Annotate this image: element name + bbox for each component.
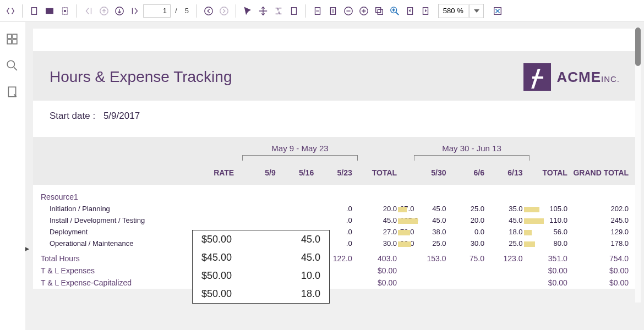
svg-rect-20 — [13, 34, 17, 38]
marquee-zoom-icon[interactable] — [372, 4, 386, 18]
nav-back-icon[interactable] — [201, 4, 216, 18]
copy-icon[interactable] — [287, 4, 301, 18]
sidebar — [0, 22, 25, 330]
prev-page-icon[interactable] — [97, 4, 111, 18]
tooltip-row: $50.0045.0 — [193, 230, 329, 249]
zoom-tool-icon[interactable] — [388, 4, 402, 18]
scrollbar[interactable] — [635, 28, 641, 302]
summary-row: T & L Expenses $0.00 $0.00 $0.00 — [33, 265, 636, 277]
main: ▶ Hours & Expense Tracking ACMEINC. Star… — [0, 22, 644, 330]
logo-text: ACMEINC. — [556, 69, 620, 86]
snapshot-icon[interactable] — [271, 4, 286, 18]
table-row: Install / Development / Testing .0 45.0 … — [33, 215, 636, 226]
pan-icon[interactable] — [256, 4, 270, 18]
svg-point-7 — [220, 7, 228, 14]
export-icon[interactable] — [6, 86, 19, 99]
start-date-label: Start date : — [50, 111, 95, 122]
fullscreen-icon[interactable] — [490, 4, 505, 18]
separator — [197, 4, 197, 18]
svg-rect-21 — [7, 40, 12, 44]
svg-rect-1 — [46, 8, 53, 13]
content-area: ▶ Hours & Expense Tracking ACMEINC. Star… — [25, 22, 644, 330]
svg-rect-8 — [291, 7, 296, 14]
svg-point-3 — [64, 10, 66, 12]
tooltip-popup: $50.0045.0$45.0045.0$50.0010.0$50.0018.0 — [192, 230, 330, 304]
toolbar: / 5 580 % — [0, 0, 644, 22]
svg-point-23 — [7, 61, 14, 68]
report-page: Hours & Expense Tracking ACMEINC. Start … — [33, 29, 636, 289]
table-row: Deployment .0 27.0 73.0 38.0 0.0 18.0 56… — [33, 226, 636, 238]
svg-rect-22 — [13, 40, 17, 44]
report-title: Hours & Expense Tracking — [50, 68, 232, 86]
page-separator: / — [172, 7, 181, 15]
fit-width-icon[interactable] — [310, 4, 325, 18]
collapse-sidebar-icon[interactable] — [3, 4, 18, 18]
page-total: 5 — [182, 7, 192, 15]
column-headers: RATE 5/9 5/16 5/23 TOTAL 5/30 6/6 6/13 T… — [33, 168, 636, 177]
zoom-out-icon[interactable] — [341, 4, 356, 18]
svg-rect-0 — [32, 7, 37, 14]
zoom-in-icon[interactable] — [357, 4, 371, 18]
separator — [77, 4, 77, 18]
period-2: May 30 - Jun 13 — [414, 144, 530, 161]
svg-point-6 — [205, 7, 212, 14]
rotate-left-icon[interactable] — [403, 4, 417, 18]
svg-rect-14 — [378, 9, 383, 14]
period-1: May 9 - May 23 — [242, 144, 358, 161]
rotate-right-icon[interactable] — [418, 4, 433, 18]
expand-row-icon[interactable]: ▶ — [25, 245, 29, 252]
separator — [236, 4, 236, 18]
svg-rect-13 — [376, 7, 381, 12]
first-page-icon[interactable] — [81, 4, 96, 18]
page-mode-continuous-icon[interactable] — [42, 4, 57, 18]
page-input[interactable] — [143, 4, 171, 18]
zoom-level[interactable]: 580 % — [438, 4, 468, 18]
data-table: May 9 - May 23 May 30 - Jun 13 RATE 5/9 — [33, 137, 636, 289]
tooltip-row: $45.0045.0 — [193, 249, 329, 267]
separator — [305, 4, 306, 18]
page-mode-fit-icon[interactable] — [58, 4, 72, 18]
tooltip-row: $50.0010.0 — [193, 267, 329, 285]
separator — [22, 4, 23, 18]
table-row: Operational / Maintenance .0 30.0 98.0 2… — [33, 238, 636, 249]
resource-row: Resource1 — [33, 185, 636, 203]
next-page-icon[interactable] — [112, 4, 127, 18]
scroll-thumb[interactable] — [635, 28, 641, 66]
zoom-dropdown-icon[interactable] — [470, 4, 484, 18]
logo-mark-icon — [523, 63, 551, 91]
start-date-value: 5/9/2017 — [103, 111, 140, 121]
search-icon[interactable] — [6, 59, 19, 73]
logo: ACMEINC. — [523, 63, 620, 91]
last-page-icon[interactable] — [128, 4, 142, 18]
summary-row: Total Hours 0 122.0 403.0 153.0 75.0 123… — [33, 252, 636, 265]
svg-rect-19 — [7, 34, 12, 38]
summary-row: T & L Expense-Capitalized $0.00 $0.00 $0… — [33, 277, 636, 289]
table-row: Initiation / Planning .0 20.0 97.0 45.0 … — [33, 203, 636, 215]
report-header: Hours & Expense Tracking ACMEINC. — [33, 51, 636, 101]
thumbnails-icon[interactable] — [6, 33, 19, 46]
nav-forward-icon[interactable] — [217, 4, 231, 18]
fit-page-icon[interactable] — [326, 4, 340, 18]
tooltip-row: $50.0018.0 — [193, 285, 329, 303]
page-mode-single-icon[interactable] — [27, 4, 41, 18]
pointer-icon[interactable] — [241, 4, 255, 18]
report-meta: Start date : 5/9/2017 — [33, 101, 636, 122]
